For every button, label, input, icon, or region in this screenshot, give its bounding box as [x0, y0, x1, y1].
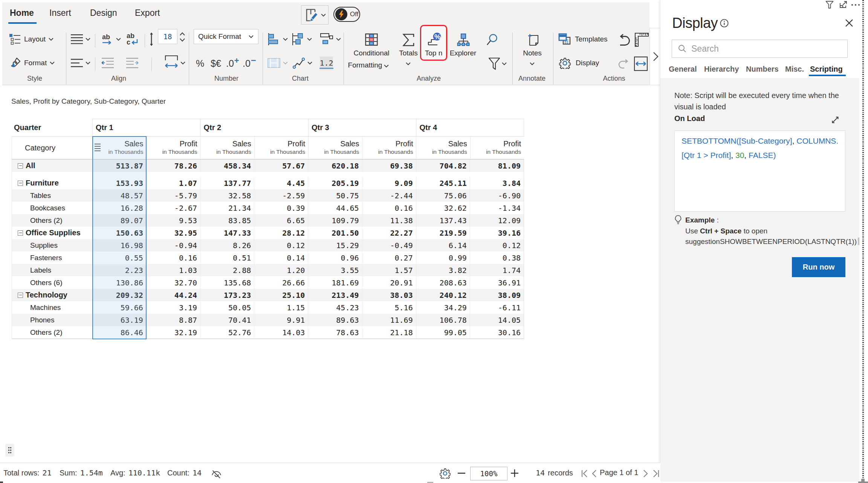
value-cell[interactable]: 1.03: [146, 264, 200, 276]
value-cell[interactable]: 240.12: [416, 289, 470, 301]
value-cell[interactable]: 2.23: [92, 264, 146, 276]
value-cell[interactable]: 48.57: [92, 189, 146, 202]
script-editor[interactable]: SETBOTTOMN([Sub-Category], COLUMNS.[Qtr …: [674, 130, 845, 212]
panel-tab-hierarchy[interactable]: Hierarchy: [704, 65, 739, 74]
undo-button[interactable]: [617, 34, 630, 46]
hide-stats-icon[interactable]: [211, 469, 222, 479]
row-label-cell[interactable]: Machines: [12, 304, 92, 312]
row-label-cell[interactable]: Others (6): [12, 279, 92, 287]
value-cell[interactable]: 9.09: [362, 177, 416, 189]
row-label-cell[interactable]: Office Supplies: [12, 228, 92, 237]
value-cell[interactable]: 1.74: [470, 264, 524, 276]
value-cell[interactable]: 137.43: [416, 214, 470, 227]
run-now-button[interactable]: Run now: [792, 257, 845, 277]
horizontal-align-button[interactable]: [70, 55, 90, 71]
value-cell[interactable]: 15.29: [308, 239, 362, 251]
row-label-cell[interactable]: Others (2): [12, 328, 92, 337]
value-cell[interactable]: 1.57: [362, 264, 416, 276]
value-cell[interactable]: 209.32: [92, 289, 146, 301]
value-cell[interactable]: 153.93: [92, 177, 146, 189]
currency-format-button[interactable]: $€: [211, 57, 221, 70]
value-cell[interactable]: -0.49: [362, 239, 416, 251]
value-cell[interactable]: 458.34: [200, 159, 254, 172]
visual-filter-icon[interactable]: [825, 1, 834, 9]
zoom-level-input[interactable]: 100%: [470, 467, 507, 480]
panel-tab-scripting[interactable]: Scripting: [810, 65, 843, 74]
value-cell[interactable]: 14.05: [470, 314, 524, 326]
value-cell[interactable]: 99.05: [416, 326, 470, 339]
value-cell[interactable]: -2.59: [254, 189, 308, 202]
value-cell[interactable]: 75.06: [416, 189, 470, 202]
value-cell[interactable]: 89.63: [308, 314, 362, 326]
value-cell[interactable]: 0.12: [254, 239, 308, 251]
value-cell[interactable]: 5.16: [362, 301, 416, 314]
totals-chevron[interactable]: [406, 62, 411, 65]
value-cell[interactable]: 44.24: [146, 289, 200, 301]
ribbon-expander-button[interactable]: [649, 28, 661, 85]
measure-header-profit-q3[interactable]: Profitin Thousands: [362, 136, 416, 159]
search-button[interactable]: [486, 34, 498, 46]
value-cell[interactable]: 69.38: [362, 159, 416, 172]
value-cell[interactable]: -6.11: [470, 301, 524, 314]
value-cell[interactable]: 3.82: [416, 264, 470, 276]
quarter-header[interactable]: Qtr 4: [416, 119, 524, 136]
column-menu-icon[interactable]: [94, 143, 101, 152]
value-cell[interactable]: 32.62: [416, 202, 470, 214]
table-style-button[interactable]: [267, 55, 288, 71]
value-cell[interactable]: 1.07: [146, 177, 200, 189]
value-cell[interactable]: 135.68: [200, 276, 254, 289]
measure-header-profit-q1[interactable]: Profitin Thousands: [146, 136, 200, 159]
collapse-toggle-icon[interactable]: [18, 230, 23, 236]
value-cell[interactable]: -2.44: [362, 189, 416, 202]
visual-focus-icon[interactable]: [839, 1, 847, 8]
value-cell[interactable]: 38.09: [470, 289, 524, 301]
panel-search-input[interactable]: Search: [672, 40, 848, 58]
value-cell[interactable]: 0.51: [200, 251, 254, 264]
row-label-cell[interactable]: Fasteners: [12, 254, 92, 262]
value-cell[interactable]: 4.45: [254, 177, 308, 189]
value-cell[interactable]: 78.26: [146, 159, 200, 172]
quarter-header[interactable]: Qtr 2: [200, 119, 308, 136]
vertical-align-button[interactable]: [70, 32, 90, 47]
value-cell[interactable]: 201.50: [308, 227, 362, 239]
value-cell[interactable]: 38.03: [362, 289, 416, 301]
row-label-cell[interactable]: Tables: [12, 192, 92, 200]
layout-button[interactable]: Layout: [9, 32, 53, 47]
value-cell[interactable]: 0.14: [254, 251, 308, 264]
value-cell[interactable]: 2.88: [200, 264, 254, 276]
measure-header-sales-q3[interactable]: Salesin Thousands: [308, 136, 362, 159]
value-cell[interactable]: 16.98: [92, 239, 146, 251]
quarter-header[interactable]: Qtr 3: [308, 119, 416, 136]
indent-increase-button[interactable]: [125, 55, 139, 71]
measure-header-profit-q4[interactable]: Profitin Thousands: [470, 136, 524, 159]
value-cell[interactable]: 181.69: [308, 276, 362, 289]
first-page-button[interactable]: [581, 469, 588, 478]
tab-insert[interactable]: Insert: [49, 8, 71, 18]
value-cell[interactable]: 147.33: [200, 227, 254, 239]
row-label-cell[interactable]: Others (2): [12, 216, 92, 225]
value-cell[interactable]: 106.78: [416, 314, 470, 326]
ruler-button[interactable]: [634, 32, 649, 47]
value-cell[interactable]: 150.63: [92, 227, 146, 239]
info-icon[interactable]: [720, 19, 729, 28]
value-cell[interactable]: 0.99: [416, 251, 470, 264]
indent-decrease-button[interactable]: [101, 55, 115, 71]
value-cell[interactable]: -2.67: [146, 202, 200, 214]
value-cell[interactable]: 3.84: [470, 177, 524, 189]
value-cell[interactable]: 9.53: [146, 214, 200, 227]
row-label-cell[interactable]: Technology: [12, 291, 92, 299]
measure-header-sales-q2[interactable]: Salesin Thousands: [200, 136, 254, 159]
row-label-cell[interactable]: Labels: [12, 266, 92, 274]
notes-label[interactable]: Notes: [513, 49, 551, 57]
conditional-formatting-label2[interactable]: Formatting: [342, 61, 395, 69]
panel-scrollbar-thumb[interactable]: [858, 238, 859, 245]
value-cell[interactable]: 0.55: [92, 251, 146, 264]
edit-mode-button[interactable]: [301, 5, 329, 25]
sparkline-button[interactable]: [293, 55, 312, 71]
measure-header-sales-q4[interactable]: Salesin Thousands: [416, 136, 470, 159]
live-toggle[interactable]: Off: [333, 7, 360, 22]
value-cell[interactable]: 39.16: [470, 227, 524, 239]
value-cell[interactable]: 11.69: [362, 314, 416, 326]
collapse-toggle-icon[interactable]: [18, 293, 23, 298]
value-cell[interactable]: 0.12: [470, 239, 524, 251]
